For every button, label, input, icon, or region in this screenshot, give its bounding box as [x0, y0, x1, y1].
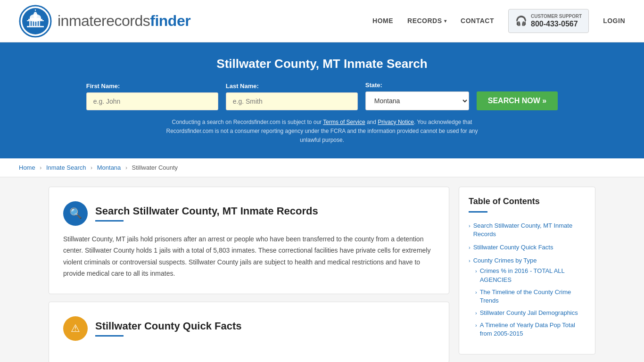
- toc-chevron-3: ›: [469, 257, 471, 264]
- state-group: State: Montana Alabama Alaska Arizona Ca…: [365, 82, 469, 110]
- search-hero: Stillwater County, MT Inmate Search Firs…: [0, 42, 644, 158]
- content-area: 🔍 Search Stillwater County, MT Inmate Re…: [49, 187, 449, 362]
- toc-sublist: › Crimes % in 2016 - TOTAL ALL AGENCIES …: [469, 265, 586, 340]
- toc-sub-link-3[interactable]: › Stillwater County Jail Demographics: [475, 309, 586, 317]
- nav-contact[interactable]: CONTACT: [461, 17, 494, 25]
- support-number: 800-433-0567: [531, 19, 582, 29]
- search-form: First Name: Last Name: State: Montana Al…: [19, 82, 625, 110]
- toc-chevron-2: ›: [469, 244, 471, 251]
- state-label: State:: [365, 82, 382, 89]
- logo-icon: [19, 5, 52, 38]
- first-name-input[interactable]: [86, 92, 218, 110]
- breadcrumb-sep-1: ›: [40, 165, 41, 171]
- section1-body: Stillwater County, MT jails hold prisone…: [63, 233, 435, 280]
- card-header-1: 🔍 Search Stillwater County, MT Inmate Re…: [63, 201, 435, 226]
- svg-rect-11: [27, 26, 44, 27]
- toc-sub-link-1[interactable]: › Crimes % in 2016 - TOTAL ALL AGENCIES: [475, 267, 586, 284]
- toc-sub-chevron-3: ›: [475, 310, 477, 317]
- section-quick-facts: ⚠ Stillwater County Quick Facts: [49, 302, 449, 362]
- breadcrumb-home[interactable]: Home: [19, 164, 35, 171]
- toc-sub-item-2: › The Timeline of the County Crime Trend…: [475, 286, 586, 307]
- svg-rect-6: [29, 21, 31, 26]
- section1-title: Search Stillwater County, MT Inmate Reco…: [95, 205, 318, 217]
- nav-home[interactable]: HOME: [372, 17, 393, 25]
- toc-item-3: › County Crimes by Type › Crimes % in 20…: [469, 254, 586, 343]
- toc-card: Table of Contents › Search Stillwater Co…: [459, 187, 595, 354]
- nav: HOME RECORDS ▾ CONTACT 🎧 CUSTOMER SUPPOR…: [372, 9, 625, 33]
- breadcrumb-inmate-search[interactable]: Inmate Search: [46, 164, 86, 171]
- state-select[interactable]: Montana Alabama Alaska Arizona Californi…: [365, 91, 469, 110]
- info-circle-icon: ⚠: [63, 316, 88, 341]
- toc-link-1[interactable]: › Search Stillwater County, MT Inmate Re…: [469, 222, 586, 239]
- toc-sub-chevron-1: ›: [475, 268, 477, 275]
- main-content: 🔍 Search Stillwater County, MT Inmate Re…: [39, 187, 605, 362]
- svg-rect-9: [36, 21, 38, 26]
- breadcrumb: Home › Inmate Search › Montana › Stillwa…: [0, 158, 644, 177]
- headset-icon: 🎧: [515, 15, 527, 26]
- privacy-link[interactable]: Privacy Notice: [378, 119, 414, 125]
- support-label: CUSTOMER SUPPORT: [531, 13, 582, 19]
- first-name-label: First Name:: [86, 82, 120, 90]
- toc-title: Table of Contents: [469, 197, 586, 206]
- breadcrumb-current: Stillwater County: [132, 164, 178, 171]
- toc-sub-link-2[interactable]: › The Timeline of the County Crime Trend…: [475, 288, 586, 305]
- svg-rect-10: [39, 21, 40, 26]
- toc-link-2[interactable]: › Stillwater County Quick Facts: [469, 243, 586, 252]
- breadcrumb-sep-2: ›: [91, 165, 92, 171]
- section2-title: Stillwater County Quick Facts: [95, 320, 242, 332]
- toc-divider: [469, 211, 487, 213]
- logo-text[interactable]: inmaterecordsfinder: [58, 12, 190, 30]
- last-name-group: Last Name:: [226, 82, 358, 110]
- svg-point-12: [33, 12, 37, 18]
- svg-rect-8: [34, 21, 35, 26]
- nav-records[interactable]: RECORDS ▾: [407, 17, 446, 25]
- header: inmaterecordsfinder HOME RECORDS ▾ CONTA…: [0, 0, 644, 42]
- section-inmate-records: 🔍 Search Stillwater County, MT Inmate Re…: [49, 187, 449, 294]
- toc-chevron-1: ›: [469, 222, 471, 230]
- toc-item-1: › Search Stillwater County, MT Inmate Re…: [469, 219, 586, 241]
- login-button[interactable]: LOGIN: [603, 17, 625, 25]
- toc-sub-item-4: › A Timeline of Yearly Data Pop Total fr…: [475, 319, 586, 340]
- toc-item-2: › Stillwater County Quick Facts: [469, 241, 586, 254]
- breadcrumb-montana[interactable]: Montana: [97, 164, 121, 171]
- toc-sub-link-4[interactable]: › A Timeline of Yearly Data Pop Total fr…: [475, 321, 586, 338]
- disclaimer: Conducting a search on Recordsfinder.com…: [157, 118, 487, 145]
- search-button[interactable]: SEARCH NOW »: [477, 91, 558, 110]
- title-underline-1: [95, 220, 124, 222]
- title-underline-2: [95, 335, 124, 337]
- search-circle-icon: 🔍: [63, 201, 88, 226]
- svg-rect-4: [28, 19, 42, 20]
- sidebar: Table of Contents › Search Stillwater Co…: [459, 187, 595, 354]
- toc-sub-item-1: › Crimes % in 2016 - TOTAL ALL AGENCIES: [475, 265, 586, 286]
- hero-title: Stillwater County, MT Inmate Search: [19, 57, 625, 71]
- svg-rect-5: [27, 20, 44, 21]
- logo-area: inmaterecordsfinder: [19, 5, 190, 38]
- chevron-down-icon: ▾: [444, 18, 447, 24]
- last-name-input[interactable]: [226, 92, 358, 110]
- first-name-group: First Name:: [86, 82, 218, 110]
- card-header-2: ⚠ Stillwater County Quick Facts: [63, 316, 435, 341]
- customer-support[interactable]: 🎧 CUSTOMER SUPPORT 800-433-0567: [508, 9, 589, 33]
- breadcrumb-sep-3: ›: [125, 165, 127, 171]
- toc-list: › Search Stillwater County, MT Inmate Re…: [469, 219, 586, 343]
- toc-sub-item-3: › Stillwater County Jail Demographics: [475, 307, 586, 319]
- svg-rect-7: [32, 21, 33, 26]
- toc-sub-chevron-2: ›: [475, 289, 477, 296]
- last-name-label: Last Name:: [226, 82, 259, 90]
- tos-link[interactable]: Terms of Service: [323, 119, 365, 125]
- toc-link-3[interactable]: › County Crimes by Type: [469, 256, 586, 265]
- toc-sub-chevron-4: ›: [475, 322, 477, 329]
